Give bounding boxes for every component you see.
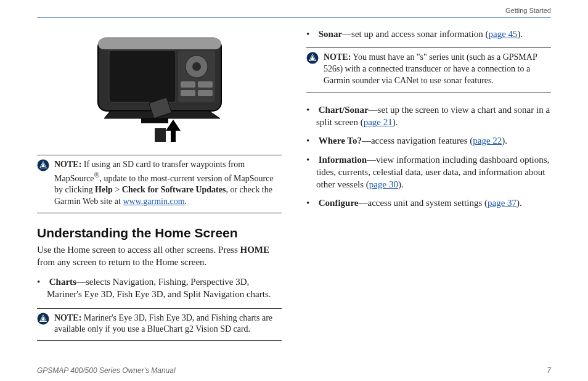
note-text: . — [185, 197, 187, 206]
check-updates: Check for Software Updates — [122, 185, 226, 194]
svg-rect-10 — [141, 118, 168, 123]
where-label: Where To? — [319, 136, 362, 145]
note-text: You must have an "s" series unit (such a… — [324, 52, 537, 85]
list-item: Charts—selects Navigation, Fishing, Pers… — [47, 276, 282, 301]
info-label: Information — [319, 155, 367, 165]
note-text: > — [113, 185, 122, 194]
page-number: 7 — [547, 366, 551, 375]
config-label: Configure — [319, 198, 359, 208]
note-label: NOTE: — [324, 52, 351, 62]
left-column: NOTE: If using an SD card to transfer wa… — [37, 24, 282, 360]
sonar-text: —set up and access sonar information ( — [342, 29, 488, 39]
right-column: Sonar—set up and access sonar informatio… — [306, 24, 551, 360]
note-s-series: NOTE: You must have an "s" series unit (… — [306, 47, 551, 92]
home-key: HOME — [240, 245, 269, 255]
page-link-30[interactable]: page 30 — [369, 179, 398, 189]
list-item: Information—view information including d… — [316, 154, 551, 191]
header-section: Getting Started — [505, 7, 551, 14]
where-text: ). — [502, 136, 507, 145]
svg-rect-1 — [98, 38, 221, 49]
charts-text: —selects Navigation, Fishing, Perspectiv… — [47, 277, 271, 299]
device-illustration — [37, 24, 282, 147]
intro-text: Use the Home screen to access all other … — [37, 245, 240, 255]
chartsonar-text: ). — [393, 117, 398, 127]
svg-rect-7 — [198, 81, 213, 88]
svg-rect-12 — [155, 128, 166, 142]
sonar-text: ). — [518, 29, 523, 39]
help-menu: Help — [95, 185, 113, 194]
note-mapsource: NOTE: If using an SD card to transfer wa… — [37, 155, 282, 213]
svg-rect-9 — [198, 90, 213, 96]
note-bluechart: NOTE: Mariner's Eye 3D, Fish Eye 3D, and… — [37, 308, 282, 342]
svg-rect-2 — [109, 51, 176, 102]
where-text: —access navigation features ( — [362, 136, 473, 145]
warning-icon — [306, 52, 319, 87]
warning-icon — [37, 159, 49, 208]
list-item: Chart/Sonar—set up the screen to view a … — [316, 104, 551, 129]
section-heading: Understanding the Home Screen — [37, 224, 282, 242]
garmin-website-link[interactable]: www.garmin.com — [123, 197, 184, 206]
page-link-37[interactable]: page 37 — [488, 198, 517, 208]
chartsonar-label: Chart/Sonar — [319, 105, 369, 115]
svg-point-5 — [192, 62, 201, 71]
info-text: ). — [398, 179, 404, 189]
list-item: Where To?—access navigation features (pa… — [316, 134, 551, 147]
svg-rect-6 — [181, 81, 195, 88]
sonar-label: Sonar — [319, 29, 342, 39]
page-link-45[interactable]: page 45 — [489, 29, 518, 39]
note-text: Mariner's Eye 3D, Fish Eye 3D, and Fishi… — [54, 313, 272, 334]
note-label: NOTE: — [54, 313, 81, 322]
list-item: Sonar—set up and access sonar informatio… — [316, 28, 551, 40]
list-item: Configure—access unit and system setting… — [316, 197, 551, 209]
config-text: —access unit and system settings ( — [358, 198, 488, 208]
warning-icon — [37, 313, 49, 336]
page-link-21[interactable]: page 21 — [364, 117, 393, 127]
footer-title: GPSMAP 400/500 Series Owner's Manual — [37, 366, 176, 375]
config-text: ). — [517, 198, 522, 208]
svg-rect-8 — [181, 90, 195, 96]
page-link-22[interactable]: page 22 — [473, 136, 502, 145]
note-label: NOTE: — [54, 160, 81, 169]
intro-text: from any screen to return to the Home sc… — [37, 257, 206, 267]
charts-label: Charts — [49, 277, 76, 287]
